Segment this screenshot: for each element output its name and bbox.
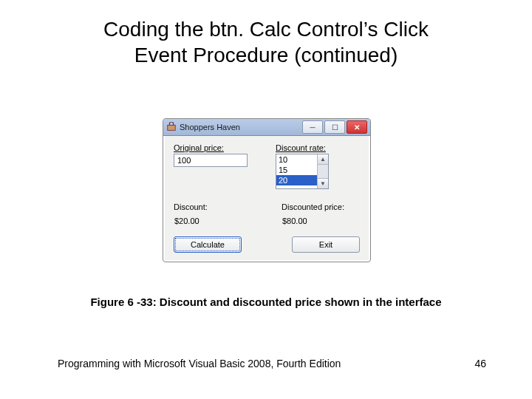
title-line-2: Event Procedure (continued) <box>134 44 398 66</box>
page-number: 46 <box>474 358 486 369</box>
footer-text: Programming with Microsoft Visual Basic … <box>58 358 341 369</box>
dialog-window: Shoppers Haven ─ ☐ ✕ Original price: Dis… <box>163 118 371 262</box>
window-title: Shoppers Haven <box>180 123 302 132</box>
discounted-price-label: Discounted price: <box>282 202 360 211</box>
discounted-price-value: $80.00 <box>282 216 360 226</box>
listbox-scrollbar[interactable]: ▲ ▼ <box>317 154 328 188</box>
exit-button[interactable]: Exit <box>292 236 360 253</box>
figure-caption: Figure 6 -33: Discount and discounted pr… <box>0 296 532 308</box>
title-line-1: Coding the btn. Calc Control’s Click <box>103 18 429 41</box>
titlebar: Shoppers Haven ─ ☐ ✕ <box>163 119 370 136</box>
exit-button-label: Exit <box>319 240 332 249</box>
dialog-body: Original price: Discount rate: 10 15 20 … <box>163 136 370 262</box>
slide: Coding the btn. Calc Control’s Click Eve… <box>0 0 532 399</box>
original-price-input[interactable] <box>174 154 248 167</box>
discount-label: Discount: <box>174 202 252 211</box>
window-buttons: ─ ☐ ✕ <box>302 120 367 134</box>
original-price-label: Original price: <box>174 143 258 152</box>
scroll-up-icon[interactable]: ▲ <box>318 154 328 165</box>
discount-rate-listbox[interactable]: 10 15 20 ▲ ▼ <box>276 154 329 189</box>
slide-title: Coding the btn. Calc Control’s Click Eve… <box>0 16 532 68</box>
close-button[interactable]: ✕ <box>347 120 367 134</box>
figure: Shoppers Haven ─ ☐ ✕ Original price: Dis… <box>163 118 369 262</box>
scroll-down-icon[interactable]: ▼ <box>318 178 328 188</box>
calculate-button[interactable]: Calculate <box>174 236 242 253</box>
svg-rect-0 <box>168 125 176 130</box>
minimize-button[interactable]: ─ <box>302 120 323 134</box>
app-icon <box>166 122 177 132</box>
maximize-button[interactable]: ☐ <box>324 120 345 134</box>
discount-value: $20.00 <box>174 216 252 226</box>
discount-rate-label: Discount rate: <box>276 143 360 152</box>
calculate-button-label: Calculate <box>191 240 225 249</box>
